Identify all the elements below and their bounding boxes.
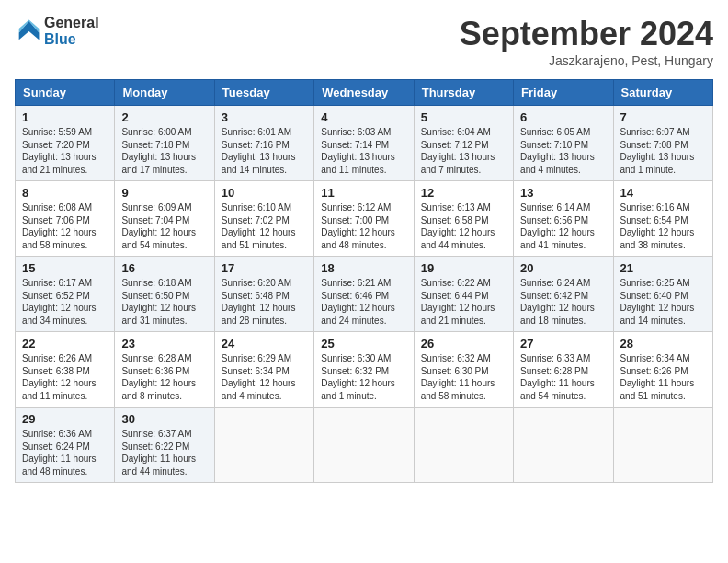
day-info: Sunrise: 6:17 AMSunset: 6:52 PMDaylight:… [22,278,97,326]
day-cell-4: 4 Sunrise: 6:03 AMSunset: 7:14 PMDayligh… [314,106,414,181]
day-cell-24: 24 Sunrise: 6:29 AMSunset: 6:34 PMDaylig… [214,332,313,408]
day-number: 8 [22,186,108,200]
col-saturday: Saturday [613,80,712,106]
col-tuesday: Tuesday [214,80,313,106]
day-cell-15: 15 Sunrise: 6:17 AMSunset: 6:52 PMDaylig… [16,257,115,332]
col-wednesday: Wednesday [314,80,414,106]
day-number: 20 [520,261,606,275]
day-number: 23 [121,337,207,350]
day-cell-14: 14 Sunrise: 6:16 AMSunset: 6:54 PMDaylig… [613,181,712,257]
week-row-4: 22 Sunrise: 6:26 AMSunset: 6:38 PMDaylig… [16,332,713,408]
day-number: 12 [421,186,506,200]
day-info: Sunrise: 6:12 AMSunset: 7:00 PMDaylight:… [321,202,395,250]
week-row-1: 1 Sunrise: 5:59 AMSunset: 7:20 PMDayligh… [16,106,713,181]
day-number: 4 [321,110,406,124]
day-info: Sunrise: 6:37 AMSunset: 6:22 PMDaylight:… [121,429,196,477]
day-info: Sunrise: 6:22 AMSunset: 6:44 PMDaylight:… [421,278,495,326]
day-info: Sunrise: 6:25 AMSunset: 6:40 PMDaylight:… [620,278,695,326]
day-info: Sunrise: 6:05 AMSunset: 7:10 PMDaylight:… [520,127,595,175]
day-number: 22 [22,337,108,350]
day-cell-9: 9 Sunrise: 6:09 AMSunset: 7:04 PMDayligh… [115,181,214,257]
day-cell-23: 23 Sunrise: 6:28 AMSunset: 6:36 PMDaylig… [115,332,214,408]
day-number: 24 [222,337,307,350]
day-cell-1: 1 Sunrise: 5:59 AMSunset: 7:20 PMDayligh… [16,106,115,181]
week-row-3: 15 Sunrise: 6:17 AMSunset: 6:52 PMDaylig… [16,257,713,332]
logo: General Blue [15,15,99,47]
day-cell-20: 20 Sunrise: 6:24 AMSunset: 6:42 PMDaylig… [514,257,613,332]
day-number: 16 [121,261,207,275]
day-info: Sunrise: 6:24 AMSunset: 6:42 PMDaylight:… [520,278,595,326]
day-cell-5: 5 Sunrise: 6:04 AMSunset: 7:12 PMDayligh… [414,106,513,181]
header: General Blue September 2024 Jaszkarajeno… [15,15,713,68]
month-title: September 2024 [460,15,713,53]
week-row-2: 8 Sunrise: 6:08 AMSunset: 7:06 PMDayligh… [16,181,713,257]
day-info: Sunrise: 5:59 AMSunset: 7:20 PMDaylight:… [22,127,97,175]
day-number: 13 [520,186,606,200]
title-area: September 2024 Jaszkarajeno, Pest, Hunga… [460,15,713,68]
col-monday: Monday [115,80,214,106]
day-cell-8: 8 Sunrise: 6:08 AMSunset: 7:06 PMDayligh… [16,181,115,257]
day-info: Sunrise: 6:32 AMSunset: 6:30 PMDaylight:… [421,353,495,401]
day-info: Sunrise: 6:33 AMSunset: 6:28 PMDaylight:… [520,353,595,401]
day-number: 29 [22,412,108,426]
logo-general-text: General [44,15,99,31]
day-info: Sunrise: 6:34 AMSunset: 6:26 PMDaylight:… [620,353,695,401]
day-info: Sunrise: 6:03 AMSunset: 7:14 PMDaylight:… [321,127,395,175]
day-info: Sunrise: 6:14 AMSunset: 6:56 PMDaylight:… [520,202,595,250]
day-info: Sunrise: 6:00 AMSunset: 7:18 PMDaylight:… [121,127,196,175]
week-row-5: 29 Sunrise: 6:36 AMSunset: 6:24 PMDaylig… [16,408,713,483]
empty-cell-4-4 [414,408,513,483]
day-number: 25 [321,337,406,350]
empty-cell-4-2 [214,408,313,483]
col-sunday: Sunday [16,80,115,106]
day-number: 17 [222,261,307,275]
day-number: 15 [22,261,108,275]
day-cell-30: 30 Sunrise: 6:37 AMSunset: 6:22 PMDaylig… [115,408,214,483]
day-info: Sunrise: 6:10 AMSunset: 7:02 PMDaylight:… [222,202,296,250]
day-cell-29: 29 Sunrise: 6:36 AMSunset: 6:24 PMDaylig… [16,408,115,483]
day-number: 26 [421,337,506,350]
day-info: Sunrise: 6:30 AMSunset: 6:32 PMDaylight:… [321,353,395,401]
day-number: 19 [421,261,506,275]
day-info: Sunrise: 6:29 AMSunset: 6:34 PMDaylight:… [222,353,296,401]
empty-cell-4-6 [613,408,712,483]
day-number: 9 [121,186,207,200]
day-info: Sunrise: 6:09 AMSunset: 7:04 PMDaylight:… [121,202,196,250]
day-info: Sunrise: 6:36 AMSunset: 6:24 PMDaylight:… [22,429,97,477]
logo-text: General Blue [44,15,99,47]
day-info: Sunrise: 6:20 AMSunset: 6:48 PMDaylight:… [222,278,296,326]
day-cell-19: 19 Sunrise: 6:22 AMSunset: 6:44 PMDaylig… [414,257,513,332]
day-info: Sunrise: 6:01 AMSunset: 7:16 PMDaylight:… [222,127,296,175]
day-info: Sunrise: 6:28 AMSunset: 6:36 PMDaylight:… [121,353,196,401]
day-info: Sunrise: 6:26 AMSunset: 6:38 PMDaylight:… [22,353,97,401]
day-cell-22: 22 Sunrise: 6:26 AMSunset: 6:38 PMDaylig… [16,332,115,408]
day-cell-26: 26 Sunrise: 6:32 AMSunset: 6:30 PMDaylig… [414,332,513,408]
day-cell-13: 13 Sunrise: 6:14 AMSunset: 6:56 PMDaylig… [514,181,613,257]
day-info: Sunrise: 6:04 AMSunset: 7:12 PMDaylight:… [421,127,495,175]
day-number: 1 [22,110,108,124]
day-info: Sunrise: 6:21 AMSunset: 6:46 PMDaylight:… [321,278,395,326]
day-number: 7 [620,110,706,124]
day-cell-27: 27 Sunrise: 6:33 AMSunset: 6:28 PMDaylig… [514,332,613,408]
header-row: Sunday Monday Tuesday Wednesday Thursday… [16,80,713,106]
day-cell-3: 3 Sunrise: 6:01 AMSunset: 7:16 PMDayligh… [214,106,313,181]
day-number: 28 [620,337,706,350]
day-cell-11: 11 Sunrise: 6:12 AMSunset: 7:00 PMDaylig… [314,181,414,257]
day-cell-7: 7 Sunrise: 6:07 AMSunset: 7:08 PMDayligh… [613,106,712,181]
location: Jaszkarajeno, Pest, Hungary [460,53,713,68]
day-info: Sunrise: 6:07 AMSunset: 7:08 PMDaylight:… [620,127,695,175]
day-cell-10: 10 Sunrise: 6:10 AMSunset: 7:02 PMDaylig… [214,181,313,257]
day-number: 14 [620,186,706,200]
col-thursday: Thursday [414,80,513,106]
day-number: 6 [520,110,606,124]
day-number: 11 [321,186,406,200]
calendar-table: Sunday Monday Tuesday Wednesday Thursday… [15,79,713,483]
day-number: 5 [421,110,506,124]
day-number: 3 [222,110,307,124]
day-cell-6: 6 Sunrise: 6:05 AMSunset: 7:10 PMDayligh… [514,106,613,181]
day-number: 10 [222,186,307,200]
day-cell-18: 18 Sunrise: 6:21 AMSunset: 6:46 PMDaylig… [314,257,414,332]
logo-blue-text: Blue [44,31,99,48]
day-number: 27 [520,337,606,350]
day-cell-21: 21 Sunrise: 6:25 AMSunset: 6:40 PMDaylig… [613,257,712,332]
